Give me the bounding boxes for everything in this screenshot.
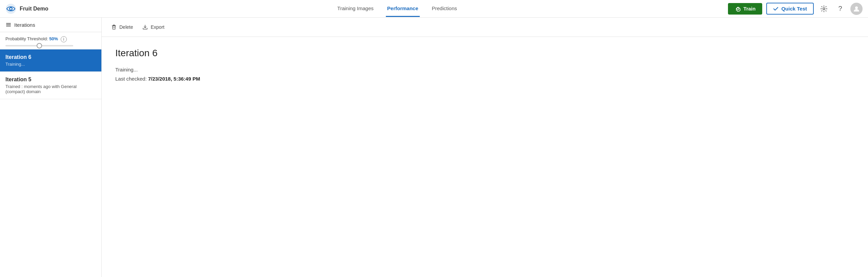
export-icon	[142, 24, 148, 30]
main-content: Iterations Probability Threshold: 50% i …	[0, 18, 868, 277]
iteration-item-5[interactable]: Iteration 5 Trained : moments ago with G…	[0, 72, 101, 99]
sidebar: Iterations Probability Threshold: 50% i …	[0, 18, 102, 277]
trash-icon	[111, 24, 117, 30]
sidebar-toolbar: Iterations	[0, 18, 101, 32]
training-status: Training...	[115, 67, 854, 72]
iteration-title: Iteration 6	[115, 48, 854, 59]
export-button[interactable]: Export	[141, 23, 165, 31]
sidebar-list: Iteration 6 Training... Iteration 5 Trai…	[0, 49, 101, 277]
main-panel: Delete Export Iteration 6 Training... La…	[102, 18, 868, 277]
export-label: Export	[151, 24, 164, 30]
app-header: Fruit Demo Training Images Performance P…	[0, 0, 868, 18]
svg-rect-9	[112, 25, 116, 26]
tab-training-images[interactable]: Training Images	[336, 1, 375, 17]
probability-value: 50%	[49, 36, 58, 41]
train-button[interactable]: Train	[728, 3, 763, 15]
svg-point-2	[10, 8, 12, 9]
user-avatar[interactable]	[850, 3, 863, 15]
svg-point-3	[823, 8, 825, 10]
help-icon[interactable]: ?	[834, 3, 846, 15]
settings-icon[interactable]	[818, 3, 830, 15]
last-checked-label: Last checked:	[115, 76, 147, 82]
slider-thumb[interactable]	[37, 43, 42, 48]
probability-slider[interactable]	[5, 45, 96, 46]
panel-toolbar: Delete Export	[102, 18, 868, 37]
quick-test-button-label: Quick Test	[781, 6, 807, 12]
svg-rect-7	[6, 26, 11, 26]
checkmark-icon	[773, 6, 778, 12]
last-checked: Last checked: 7/23/2018, 5:36:49 PM	[115, 76, 854, 82]
delete-label: Delete	[119, 24, 133, 30]
iteration-5-status: Trained : moments ago with General (comp…	[5, 84, 96, 94]
layers-icon	[5, 22, 12, 28]
train-button-label: Train	[744, 6, 756, 12]
svg-rect-8	[113, 25, 115, 25]
panel-body: Iteration 6 Training... Last checked: 7/…	[102, 37, 868, 277]
nav-tabs: Training Images Performance Predictions	[66, 1, 728, 17]
gear-icon	[735, 6, 741, 12]
tab-performance[interactable]: Performance	[386, 1, 420, 17]
probability-label: Probability Threshold: 50% i	[5, 36, 96, 42]
header-actions: Train Quick Test ?	[728, 3, 863, 15]
last-checked-value: 7/23/2018, 5:36:49 PM	[148, 76, 200, 82]
iteration-6-name: Iteration 6	[5, 54, 96, 60]
iteration-5-name: Iteration 5	[5, 77, 96, 83]
iteration-item-6[interactable]: Iteration 6 Training...	[0, 49, 101, 72]
probability-info-icon[interactable]: i	[61, 36, 67, 42]
svg-point-4	[855, 6, 858, 9]
logo-area: Fruit Demo	[5, 3, 66, 14]
app-title: Fruit Demo	[20, 6, 48, 12]
quick-test-button[interactable]: Quick Test	[766, 3, 814, 15]
iteration-6-status: Training...	[5, 62, 96, 67]
svg-rect-5	[6, 23, 11, 24]
slider-track	[5, 45, 73, 46]
tab-predictions[interactable]: Predictions	[431, 1, 458, 17]
probability-section: Probability Threshold: 50% i	[0, 32, 101, 49]
app-logo-icon	[5, 3, 16, 14]
iterations-section-label: Iterations	[14, 22, 35, 28]
svg-rect-6	[6, 24, 11, 25]
delete-button[interactable]: Delete	[110, 23, 134, 31]
